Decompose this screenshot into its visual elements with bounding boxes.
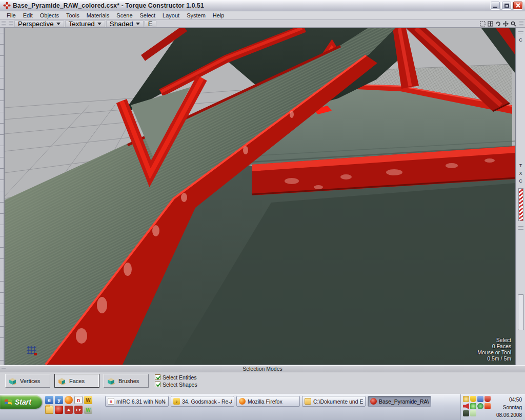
textured-label: Textured	[69, 20, 95, 28]
maximize-icon	[504, 4, 509, 8]
right-scroll-thumb[interactable]	[518, 294, 524, 330]
perspective-dropdown[interactable]: Perspective	[14, 21, 64, 27]
tray-security-shield-icon[interactable]	[470, 396, 476, 402]
cube-icon	[8, 376, 17, 385]
tray-display-icon[interactable]	[477, 396, 483, 402]
screen: Base_Pyramide_RAW_colored.csx* - Torque …	[0, 0, 525, 420]
menu-tools[interactable]: Tools	[63, 12, 83, 19]
close-icon	[516, 3, 520, 8]
task-mirc[interactable]: n mIRC 6.31 with NoNa...	[105, 396, 169, 407]
menu-select[interactable]: Select	[136, 12, 159, 19]
task-label: Base_Pyramide_RAW...	[379, 398, 429, 405]
task-label: Mozilla Firefox	[248, 398, 282, 405]
quicklaunch-folder-icon[interactable]	[45, 406, 53, 414]
folder-icon	[305, 398, 311, 405]
right-toolbar-letter-t[interactable]: T	[519, 162, 522, 170]
faces-mode-button[interactable]: Faces	[54, 374, 99, 388]
menu-layout[interactable]: Layout	[159, 12, 183, 19]
expand-button[interactable]: E	[145, 21, 156, 27]
quicklaunch-filezilla-icon[interactable]: Fz	[74, 406, 83, 414]
right-toolbar-grip[interactable]	[518, 30, 523, 34]
right-toolbar-letter-x[interactable]: X	[519, 170, 522, 177]
task-label: mIRC 6.31 with NoNa...	[116, 398, 166, 405]
axis-gizmo-icon[interactable]	[487, 21, 494, 27]
minimize-button[interactable]	[490, 1, 500, 10]
viewport-3d[interactable]: Select 0 Faces Mouse or Tool 0.5m / 5m	[4, 28, 516, 365]
app-icon	[3, 2, 11, 9]
taskbar: Start e y n W A Fz W n mIRC 6.31 with No…	[0, 394, 525, 420]
tray-card-icon[interactable]	[463, 410, 469, 416]
select-region-icon[interactable]	[479, 21, 486, 27]
faces-label: Faces	[69, 378, 85, 384]
right-toolbar-grip-2[interactable]	[518, 226, 523, 231]
quicklaunch-firefox-icon[interactable]	[65, 396, 73, 404]
chevron-down-icon	[56, 23, 60, 25]
maximize-button[interactable]	[501, 1, 512, 10]
brushes-label: Brushes	[118, 378, 139, 384]
task-winamp-song[interactable]: ♪ 34. Godsmack - Re-Al...	[171, 396, 234, 407]
close-button[interactable]	[513, 1, 523, 10]
toolbar-grip[interactable]	[2, 21, 6, 27]
selection-modes-panel: Selection Modes Vertices Faces Brushes	[0, 365, 525, 394]
selection-modes-title: Selection Modes	[0, 366, 525, 372]
tray-icons	[461, 394, 493, 420]
menu-edit[interactable]: Edit	[19, 12, 36, 19]
zoom-icon[interactable]	[510, 21, 517, 27]
task-label: C:\Dokumente und Ei...	[313, 398, 363, 405]
right-toolbar-letter-c[interactable]: C	[519, 36, 522, 44]
task-label: 34. Godsmack - Re-Al...	[182, 398, 232, 405]
axis-indicator-icon	[26, 345, 38, 356]
expand-label: E	[148, 20, 153, 28]
quicklaunch-winamp2-icon[interactable]: W	[84, 406, 92, 414]
brushes-mode-button[interactable]: Brushes	[104, 374, 149, 388]
texture-slider[interactable]	[518, 188, 523, 221]
rotate-icon[interactable]	[495, 21, 501, 27]
textured-dropdown[interactable]: Textured	[65, 21, 105, 27]
status-input: Mouse or Tool	[477, 349, 511, 355]
toolbar-grip-2[interactable]	[9, 21, 13, 27]
shaded-label: Shaded	[110, 20, 133, 28]
menu-help[interactable]: Help	[209, 12, 228, 19]
tray-gold-icon[interactable]	[463, 396, 469, 402]
task-firefox[interactable]: Mozilla Firefox	[236, 396, 300, 407]
viewport-status-hud: Select 0 Faces Mouse or Tool 0.5m / 5m	[477, 337, 511, 362]
tray-update-icon[interactable]	[477, 403, 483, 409]
menu-scene[interactable]: Scene	[113, 12, 136, 19]
quicklaunch-winamp-icon[interactable]: W	[84, 396, 92, 404]
quicklaunch-a-icon[interactable]: A	[65, 406, 73, 414]
status-faces: 0 Faces	[477, 343, 511, 349]
menu-file[interactable]: File	[3, 12, 19, 19]
tray-clock[interactable]: 04:50 Sonntag 08.06.2008	[493, 394, 525, 420]
select-shapes-checkbox[interactable]	[155, 382, 160, 387]
select-entities-checkbox[interactable]	[155, 374, 160, 380]
start-button[interactable]: Start	[0, 395, 42, 409]
menu-materials[interactable]: Materials	[83, 12, 113, 19]
tray-antivirus-shield-icon[interactable]	[484, 396, 491, 402]
quicklaunch-e-icon[interactable]: e	[45, 396, 53, 404]
quicklaunch-messenger-icon[interactable]: y	[55, 396, 63, 404]
tray-volume-icon[interactable]	[463, 403, 469, 409]
quicklaunch-mirc-icon[interactable]: n	[74, 396, 83, 404]
menu-bar: File Edit Objects Tools Materials Scene …	[0, 11, 525, 20]
title-bar[interactable]: Base_Pyramide_RAW_colored.csx* - Torque …	[0, 0, 525, 11]
clock-date: 08.06.2008	[493, 411, 522, 419]
constructor-icon	[370, 398, 377, 405]
menu-objects[interactable]: Objects	[36, 12, 63, 19]
tray-power-icon[interactable]	[484, 403, 491, 409]
task-constructor[interactable]: Base_Pyramide_RAW...	[368, 396, 431, 407]
tray-phone-icon[interactable]	[470, 403, 476, 409]
toolbar-grip-right[interactable]	[519, 21, 523, 27]
select-shapes-label: Select Shapes	[163, 382, 197, 388]
quick-launch-bar: e y n W A Fz W	[45, 396, 102, 418]
vertices-mode-button[interactable]: Vertices	[5, 374, 50, 388]
menu-system[interactable]: System	[183, 12, 209, 19]
start-label: Start	[15, 398, 31, 406]
cube-icon	[57, 376, 66, 385]
tray-misc-icon[interactable]	[470, 410, 476, 416]
shaded-dropdown[interactable]: Shaded	[106, 21, 144, 27]
task-explorer[interactable]: C:\Dokumente und Ei...	[302, 396, 366, 407]
right-toolbar-letter-c2[interactable]: C	[519, 177, 522, 185]
pan-move-icon[interactable]	[502, 21, 509, 27]
quicklaunch-constructor-icon[interactable]	[55, 406, 63, 414]
scene-render	[5, 28, 515, 365]
